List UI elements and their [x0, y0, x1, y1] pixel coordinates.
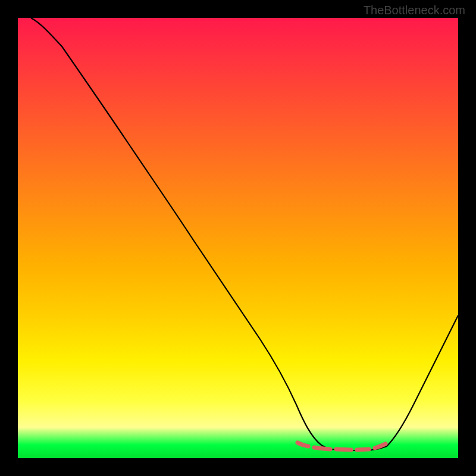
chart-svg [18, 18, 458, 458]
chart-plot-area [18, 18, 458, 458]
optimal-band-highlight [298, 443, 386, 450]
watermark-text: TheBottleneck.com [364, 4, 465, 17]
bottleneck-curve-line [31, 18, 458, 450]
